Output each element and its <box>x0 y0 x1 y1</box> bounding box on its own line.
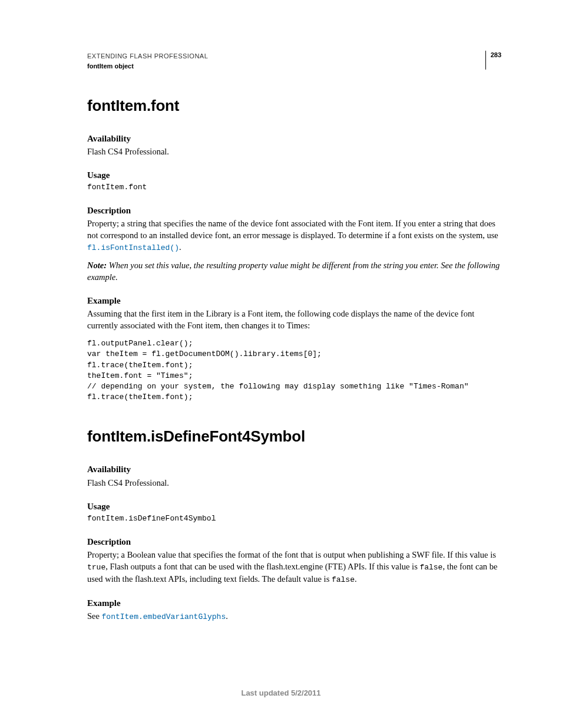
example-code: fl.outputPanel.clear(); var theItem = fl… <box>87 338 501 403</box>
example-post: . <box>226 611 228 621</box>
note-block: Note: When you set this value, the resul… <box>87 259 501 283</box>
header-subtitle: fontItem object <box>87 62 501 71</box>
example-label: Example <box>87 295 501 307</box>
page-number: 283 <box>491 51 501 60</box>
description-text: Property; a string that specifies the na… <box>87 218 501 253</box>
usage-code: fontItem.font <box>87 182 501 193</box>
availability-label: Availability <box>87 463 501 475</box>
availability-label: Availability <box>87 133 501 144</box>
description-text: Property; a Boolean value that specifies… <box>87 549 501 585</box>
footer-updated: Last updated 5/2/2011 <box>0 688 562 699</box>
description-pre: Property; a Boolean value that specifies… <box>87 550 496 559</box>
section-heading: fontItem.isDefineFont4Symbol <box>87 426 501 447</box>
usage-label: Usage <box>87 169 501 181</box>
example-text: See fontItem.embedVariantGlyphs. <box>87 610 501 622</box>
page-header: EXTENDING FLASH PROFESSIONAL fontItem ob… <box>87 52 501 71</box>
header-title: EXTENDING FLASH PROFESSIONAL <box>87 52 501 61</box>
availability-text: Flash CS4 Professional. <box>87 146 501 157</box>
example-text: Assuming that the first item in the Libr… <box>87 308 501 331</box>
usage-label: Usage <box>87 500 501 512</box>
description-code: true <box>87 563 105 572</box>
note-label: Note: <box>87 261 109 270</box>
description-code: false <box>332 575 355 584</box>
description-code: false <box>419 563 442 572</box>
section-heading: fontItem.font <box>87 95 501 116</box>
example-label: Example <box>87 597 501 609</box>
availability-text: Flash CS4 Professional. <box>87 477 501 489</box>
description-pre: Property; a string that specifies the na… <box>87 219 498 240</box>
usage-code: fontItem.isDefineFont4Symbol <box>87 513 501 524</box>
description-section: Description Property; a string that spec… <box>87 205 501 283</box>
description-end: . <box>355 574 357 584</box>
example-section: Example See fontItem.embedVariantGlyphs. <box>87 597 501 622</box>
description-mid: , Flash outputs a font that can be used … <box>105 562 419 571</box>
usage-section: Usage fontItem.font <box>87 169 501 193</box>
note-text: When you set this value, the resulting p… <box>87 261 500 282</box>
description-label: Description <box>87 205 501 216</box>
usage-section: Usage fontItem.isDefineFont4Symbol <box>87 500 501 524</box>
example-pre: See <box>87 611 102 621</box>
description-post: . <box>179 242 181 252</box>
description-label: Description <box>87 536 501 548</box>
example-section: Example Assuming that the first item in … <box>87 295 501 403</box>
example-link[interactable]: fontItem.embedVariantGlyphs <box>102 612 226 621</box>
availability-section: Availability Flash CS4 Professional. <box>87 463 501 488</box>
description-section: Description Property; a Boolean value th… <box>87 536 501 585</box>
description-link[interactable]: fl.isFontInstalled() <box>87 243 179 252</box>
availability-section: Availability Flash CS4 Professional. <box>87 133 501 157</box>
page-number-wrap: 283 <box>485 51 501 70</box>
